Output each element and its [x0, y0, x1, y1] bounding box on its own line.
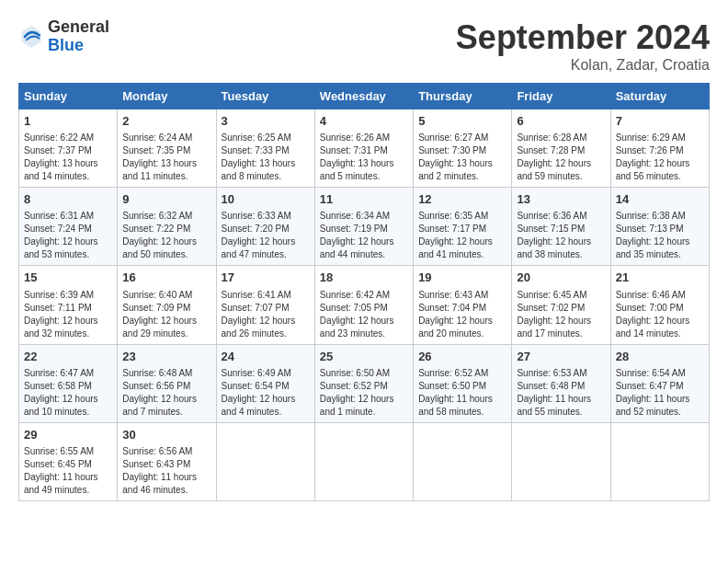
calendar-cell: 28 Sunrise: 6:54 AM Sunset: 6:47 PM Dayl… [610, 344, 709, 422]
cell-content: Sunrise: 6:56 AM Sunset: 6:43 PM Dayligh… [122, 445, 210, 497]
calendar-cell: 27 Sunrise: 6:53 AM Sunset: 6:48 PM Dayl… [512, 344, 610, 422]
calendar-cell: 23 Sunrise: 6:48 AM Sunset: 6:56 PM Dayl… [118, 344, 216, 422]
calendar-cell: 9 Sunrise: 6:32 AM Sunset: 7:22 PM Dayli… [118, 188, 216, 266]
calendar-cell: 25 Sunrise: 6:50 AM Sunset: 6:52 PM Dayl… [314, 344, 413, 422]
cell-content: Sunrise: 6:42 AM Sunset: 7:05 PM Dayligh… [320, 289, 408, 340]
day-number: 6 [517, 113, 605, 130]
day-number: 27 [517, 349, 605, 365]
col-tuesday: Tuesday [216, 84, 314, 109]
cell-content: Sunrise: 6:33 AM Sunset: 7:20 PM Dayligh… [222, 210, 310, 261]
cell-content: Sunrise: 6:24 AM Sunset: 7:35 PM Dayligh… [122, 132, 210, 183]
cell-content: Sunrise: 6:53 AM Sunset: 6:48 PM Dayligh… [517, 367, 605, 419]
day-number: 21 [616, 270, 704, 286]
calendar-cell: 7 Sunrise: 6:29 AM Sunset: 7:26 PM Dayli… [610, 109, 709, 188]
day-number: 30 [122, 427, 210, 443]
calendar-cell: 4 Sunrise: 6:26 AM Sunset: 7:31 PM Dayli… [314, 109, 413, 188]
title-block: September 2024 Kolan, Zadar, Croatia [456, 18, 710, 74]
calendar-week-3: 15 Sunrise: 6:39 AM Sunset: 7:11 PM Dayl… [19, 266, 710, 344]
col-friday: Friday [512, 84, 610, 109]
cell-content: Sunrise: 6:50 AM Sunset: 6:52 PM Dayligh… [320, 367, 408, 419]
calendar-week-4: 22 Sunrise: 6:47 AM Sunset: 6:58 PM Dayl… [19, 344, 710, 422]
calendar-cell: 12 Sunrise: 6:35 AM Sunset: 7:17 PM Dayl… [414, 188, 512, 266]
col-sunday: Sunday [19, 84, 118, 109]
logo: General Blue [18, 18, 109, 55]
cell-content: Sunrise: 6:41 AM Sunset: 7:07 PM Dayligh… [222, 289, 310, 340]
day-number: 8 [24, 191, 112, 208]
day-number: 29 [24, 427, 112, 443]
calendar-cell: 30 Sunrise: 6:56 AM Sunset: 6:43 PM Dayl… [118, 422, 216, 500]
cell-content: Sunrise: 6:32 AM Sunset: 7:22 PM Dayligh… [122, 210, 210, 261]
col-saturday: Saturday [610, 84, 709, 109]
calendar-cell: 26 Sunrise: 6:52 AM Sunset: 6:50 PM Dayl… [414, 344, 512, 422]
day-number: 5 [418, 113, 506, 130]
day-number: 24 [222, 349, 310, 365]
cell-content: Sunrise: 6:34 AM Sunset: 7:19 PM Dayligh… [320, 210, 408, 261]
calendar-cell [414, 422, 512, 500]
cell-content: Sunrise: 6:28 AM Sunset: 7:28 PM Dayligh… [517, 132, 605, 183]
day-number: 13 [517, 191, 605, 208]
day-number: 4 [320, 113, 408, 130]
cell-content: Sunrise: 6:54 AM Sunset: 6:47 PM Dayligh… [616, 367, 704, 419]
day-number: 28 [616, 349, 704, 365]
cell-content: Sunrise: 6:35 AM Sunset: 7:17 PM Dayligh… [418, 210, 506, 261]
cell-content: Sunrise: 6:55 AM Sunset: 6:45 PM Dayligh… [24, 445, 112, 497]
calendar-cell: 17 Sunrise: 6:41 AM Sunset: 7:07 PM Dayl… [216, 266, 314, 344]
day-number: 3 [222, 113, 310, 130]
cell-content: Sunrise: 6:48 AM Sunset: 6:56 PM Dayligh… [122, 367, 210, 419]
calendar-week-1: 1 Sunrise: 6:22 AM Sunset: 7:37 PM Dayli… [19, 109, 710, 188]
logo-text: General Blue [48, 18, 109, 55]
day-number: 14 [616, 191, 704, 208]
cell-content: Sunrise: 6:36 AM Sunset: 7:15 PM Dayligh… [517, 210, 605, 261]
logo-icon [18, 24, 44, 50]
day-number: 7 [616, 113, 704, 130]
cell-content: Sunrise: 6:29 AM Sunset: 7:26 PM Dayligh… [616, 132, 704, 183]
cell-content: Sunrise: 6:52 AM Sunset: 6:50 PM Dayligh… [418, 367, 506, 419]
day-number: 1 [24, 113, 112, 130]
calendar-cell [216, 422, 314, 500]
day-number: 12 [418, 191, 506, 208]
day-number: 26 [418, 349, 506, 365]
month-title: September 2024 [456, 18, 710, 57]
calendar-cell: 18 Sunrise: 6:42 AM Sunset: 7:05 PM Dayl… [314, 266, 413, 344]
cell-content: Sunrise: 6:25 AM Sunset: 7:33 PM Dayligh… [222, 132, 310, 183]
page-header: General Blue September 2024 Kolan, Zadar… [18, 18, 710, 74]
calendar-cell: 14 Sunrise: 6:38 AM Sunset: 7:13 PM Dayl… [610, 188, 709, 266]
cell-content: Sunrise: 6:31 AM Sunset: 7:24 PM Dayligh… [24, 210, 112, 261]
calendar-cell: 2 Sunrise: 6:24 AM Sunset: 7:35 PM Dayli… [118, 109, 216, 188]
day-number: 16 [122, 270, 210, 286]
cell-content: Sunrise: 6:47 AM Sunset: 6:58 PM Dayligh… [24, 367, 112, 419]
calendar-cell: 21 Sunrise: 6:46 AM Sunset: 7:00 PM Dayl… [610, 266, 709, 344]
calendar-cell: 29 Sunrise: 6:55 AM Sunset: 6:45 PM Dayl… [19, 422, 118, 500]
calendar-week-5: 29 Sunrise: 6:55 AM Sunset: 6:45 PM Dayl… [19, 422, 710, 500]
cell-content: Sunrise: 6:27 AM Sunset: 7:30 PM Dayligh… [418, 132, 506, 183]
day-number: 19 [418, 270, 506, 286]
day-number: 17 [222, 270, 310, 286]
day-number: 15 [24, 270, 112, 286]
calendar-cell: 3 Sunrise: 6:25 AM Sunset: 7:33 PM Dayli… [216, 109, 314, 188]
calendar-cell: 15 Sunrise: 6:39 AM Sunset: 7:11 PM Dayl… [19, 266, 118, 344]
col-monday: Monday [118, 84, 216, 109]
calendar-cell: 22 Sunrise: 6:47 AM Sunset: 6:58 PM Dayl… [19, 344, 118, 422]
cell-content: Sunrise: 6:26 AM Sunset: 7:31 PM Dayligh… [320, 132, 408, 183]
calendar-cell: 20 Sunrise: 6:45 AM Sunset: 7:02 PM Dayl… [512, 266, 610, 344]
cell-content: Sunrise: 6:39 AM Sunset: 7:11 PM Dayligh… [24, 289, 112, 340]
logo-blue: Blue [48, 36, 84, 54]
calendar-header-row: Sunday Monday Tuesday Wednesday Thursday… [19, 84, 710, 109]
calendar-cell: 5 Sunrise: 6:27 AM Sunset: 7:30 PM Dayli… [414, 109, 512, 188]
calendar-cell: 1 Sunrise: 6:22 AM Sunset: 7:37 PM Dayli… [19, 109, 118, 188]
calendar-cell: 10 Sunrise: 6:33 AM Sunset: 7:20 PM Dayl… [216, 188, 314, 266]
col-thursday: Thursday [414, 84, 512, 109]
day-number: 11 [320, 191, 408, 208]
day-number: 25 [320, 349, 408, 365]
calendar-cell: 8 Sunrise: 6:31 AM Sunset: 7:24 PM Dayli… [19, 188, 118, 266]
logo-general: General [48, 17, 109, 36]
col-wednesday: Wednesday [314, 84, 413, 109]
calendar-cell [314, 422, 413, 500]
day-number: 9 [122, 191, 210, 208]
cell-content: Sunrise: 6:22 AM Sunset: 7:37 PM Dayligh… [24, 132, 112, 183]
calendar-table: Sunday Monday Tuesday Wednesday Thursday… [18, 83, 710, 501]
location-subtitle: Kolan, Zadar, Croatia [456, 57, 710, 74]
calendar-cell [512, 422, 610, 500]
cell-content: Sunrise: 6:43 AM Sunset: 7:04 PM Dayligh… [418, 289, 506, 340]
calendar-cell: 16 Sunrise: 6:40 AM Sunset: 7:09 PM Dayl… [118, 266, 216, 344]
